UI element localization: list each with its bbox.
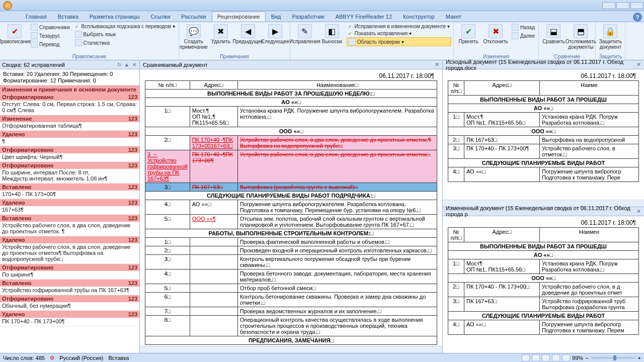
office-button[interactable] [3,1,12,10]
protect-button[interactable]: 🔒Защитить документ [598,23,623,54]
revision-category[interactable]: Отформатировано123 [0,162,139,169]
group-label: Правописание [2,54,177,59]
revision-text[interactable]: Устройство рабочего слоя, в два слоя, до… [0,222,139,236]
revision-category[interactable]: Удалено123 [0,236,139,243]
revision-category[interactable]: Удалено123 [0,311,139,318]
revision-text[interactable]: Обычный, без нумерации¶ [0,302,139,311]
revision-text[interactable]: ПК 170+40 - ПК 173+00¶ [0,318,139,326]
thesaurus-button[interactable]: Тезаурус [29,32,71,40]
revisions-list[interactable]: Отформатировано123Отступ: Слева: 0 см, П… [0,94,139,353]
view-read-icon[interactable] [532,354,540,361]
view-outline-icon[interactable] [552,354,560,361]
ribbon-tab[interactable]: Разработчик [287,12,330,22]
revision-text[interactable]: Устройство гофрированной трубы на ПК 167… [0,287,139,295]
modified-title: Измененный документ (15 Еженедельная сво… [446,205,636,217]
revision-text[interactable]: 170+40 - ПК 173+00¶ [0,191,139,199]
view-web-icon[interactable] [542,354,550,361]
prev-change-button[interactable]: Назад [510,23,536,31]
compare-button[interactable]: ⬓Сравнить [541,23,566,54]
delete-comment-button[interactable]: ✖Удалить [208,23,233,54]
revision-text[interactable]: По ширине, интервал После: 8 пт, Междуст… [0,169,139,184]
balloons-button[interactable]: ◧Выноски [319,23,345,59]
revision-category[interactable]: Вставлено123 [0,280,139,287]
minimize-button[interactable] [602,2,615,9]
revision-category[interactable]: Удалено123 [0,199,139,206]
reject-button[interactable]: ✖Отклонить [483,23,508,54]
translation-tooltip-button[interactable]: Всплывающая подсказка с переводом ▾ [73,23,177,30]
translate-button[interactable]: Перевод [29,40,71,48]
revision-category[interactable]: Отформатировано123 [0,146,139,153]
revision-text[interactable]: Цвет шрифта: Черный¶ [0,153,139,162]
modified-pane: Измененный документ (15 Еженедельная сво… [443,207,644,353]
revision-text[interactable]: Отступ: Слева: 0 см, Первая строка: 1.5 … [0,101,139,115]
maximize-button[interactable] [616,2,629,9]
table-row: 6□Контроль бетонирование скважины. Прове… [145,293,437,307]
revision-category[interactable]: Вставлено123 [0,184,139,191]
revision-text[interactable]: 167+63¶ [0,206,139,215]
ribbon-tab[interactable]: Конструктор [397,12,440,22]
reviewing-pane-button[interactable]: Область проверки ▾ [347,37,451,46]
close-icon[interactable]: ✕ [636,208,641,215]
close-icon[interactable]: ✕ [435,61,439,68]
revision-category[interactable]: Отформатировано123 [0,264,139,271]
insert-mode[interactable]: Вставка [108,355,129,361]
ribbon-tab[interactable]: Ссылки [145,12,176,22]
track-docs-button[interactable]: ⬒Отслеживать документы [568,23,593,54]
revisions-header: Сводка: 62 исправлений ↻ ▲ ✕ [0,60,139,69]
revision-category[interactable]: Отформатировано123 [0,94,139,101]
language[interactable]: Русский (Россия) [59,355,103,361]
revision-category[interactable]: Отформатировано123 [0,295,139,302]
compare-pane: Сравниваемый документ✕ 06.11.2017 г. 18:… [140,60,443,353]
zoom-out-icon[interactable]: − [585,355,588,361]
help-icon[interactable]: ? [633,13,642,22]
track-changes-button[interactable]: ✎Исправления [292,23,317,59]
references-button[interactable]: Справочники [29,23,71,31]
new-comment-button[interactable]: 💬Создать примечание [181,23,206,54]
revision-text[interactable]: Устройство рабочего слоя, в два слоя, до… [0,243,139,264]
ribbon-tab[interactable]: Рецензирование [212,12,266,22]
ribbon-tab[interactable]: Вставка [52,12,84,22]
h-scrollbar[interactable] [140,346,442,353]
source-canvas[interactable]: 06.11.2017 г. 18:00¶ № п/п□Адрес□Наиме В… [443,69,644,200]
prev-comment-button[interactable]: ◀Предыдущее [235,23,261,54]
source-title: Исходный документ (15 Еженедельная сводк… [446,59,636,71]
revision-category[interactable]: Изменение123 [0,115,139,122]
display-mode-dropdown[interactable]: Исправления в измененном документе ▾ [347,23,451,30]
ribbon-tab[interactable]: Рассылки [176,12,211,22]
revision-category[interactable]: Удалено123 [0,131,139,138]
compare-title: Сравниваемый документ [143,62,208,68]
compare-canvas[interactable]: 06.11.2017 г. 18:00¶ № п/п□Адрес□Наимено… [140,69,442,346]
refresh-icon[interactable]: ↻ [116,62,122,68]
show-markup-dropdown[interactable]: Показать исправления ▾ [347,30,451,37]
view-print-icon[interactable] [522,354,530,361]
revision-text[interactable]: ¶ [0,138,139,146]
collapse-icon[interactable]: ▲ [124,62,130,68]
right-column: Исходный документ (15 Еженедельная сводк… [443,60,644,353]
revision-text[interactable]: Отформатированная таблица¶ [0,122,139,131]
close-button[interactable] [630,2,643,9]
zoom-slider[interactable] [591,357,636,359]
ribbon-tab[interactable]: Вид [266,12,287,22]
close-pane-icon[interactable]: ✕ [131,62,137,68]
view-draft-icon[interactable] [562,354,570,361]
spelling-button[interactable]: ✔Правописание [2,23,27,54]
zoom-level[interactable]: 99% [572,355,583,361]
next-comment-button[interactable]: ▶Следующее [263,23,288,54]
revision-text[interactable]: По ширине¶ [0,271,139,280]
close-icon[interactable]: ✕ [636,61,641,68]
revision-category[interactable]: Вставлено123 [0,215,139,222]
word-count[interactable]: Число слов: 485 [3,355,45,361]
ribbon-tab[interactable]: Разметка страницы [84,12,145,22]
modified-canvas[interactable]: 06.11.2017 г. 18:00¶ № п/п□Адрес□Наимен … [443,216,644,353]
compare-table: № п/п□Адрес□Наименование□ ВЫПОЛНЕННЫЕ ВИ… [145,80,437,345]
ribbon-tab[interactable]: Главная [20,12,52,22]
ribbon-tab[interactable]: ABBYY FineReader 12 [330,12,397,22]
zoom-in-icon[interactable]: + [638,355,641,361]
source-pane: Исходный документ (15 Еженедельная сводк… [443,60,644,207]
ribbon-tab[interactable]: Макет [440,12,467,22]
next-change-button[interactable]: Далее [510,32,536,40]
accept-button[interactable]: ✔Принять [456,23,481,54]
table-row: 3□Контроль вертикального погружения обса… [145,255,437,269]
choose-language-button[interactable]: Выбрать язык [73,30,177,38]
statistics-button[interactable]: Статистика [73,39,177,47]
